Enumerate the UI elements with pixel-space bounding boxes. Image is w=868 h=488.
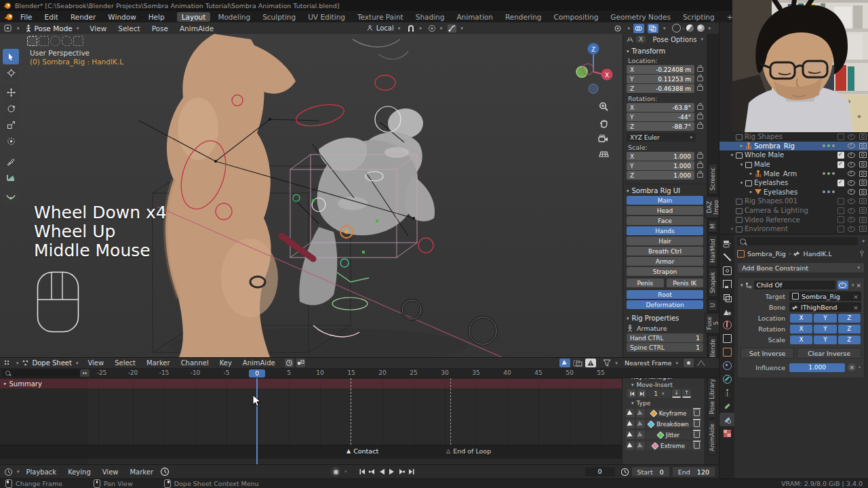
rig-ui-panel-header[interactable]: ▾Sombra Rig UI (627, 187, 703, 195)
dope-sheet-menu-item[interactable]: AnimAide (241, 359, 277, 367)
axis-toggle-x[interactable]: X (790, 325, 812, 333)
outliner-item-name[interactable]: Environment (745, 225, 837, 232)
current-frame-field[interactable]: 0 (585, 467, 615, 476)
hide-in-viewport-icon[interactable] (848, 217, 855, 222)
timeline-menu-item[interactable]: Keying (66, 468, 92, 476)
axis-toggle-x[interactable]: X (790, 314, 812, 323)
key-manager-header[interactable]: ▾Key Manager (626, 378, 701, 380)
workspace-tab[interactable]: Layout (177, 12, 211, 22)
select-keys-button[interactable] (626, 430, 635, 439)
navigation-gizmo[interactable]: Z X (573, 39, 614, 100)
select-tweak-button[interactable] (27, 36, 37, 46)
key-type-field[interactable]: Extreme (646, 441, 691, 450)
outliner-item-name[interactable]: Male_Arm (764, 170, 823, 178)
disable-in-renders-icon[interactable] (859, 180, 867, 186)
falloff-caret[interactable]: ▾ (460, 26, 463, 31)
use-preview-range-icon[interactable] (620, 468, 629, 476)
frame-end-field[interactable]: End120 (673, 467, 715, 476)
constraint-target-field[interactable]: Sombra_Rig× (789, 291, 861, 301)
outliner-row[interactable]: Male (719, 160, 868, 169)
breadcrumb-bone[interactable]: HandIK.L (803, 250, 856, 258)
zoom-view-icon[interactable] (599, 102, 609, 112)
select-box-button[interactable] (39, 36, 49, 46)
jump-to-start-button[interactable] (358, 468, 366, 475)
rig-layer-button[interactable]: Main (627, 196, 703, 205)
rig-layer-button[interactable]: Armor (627, 257, 703, 266)
select-cursor-toggle[interactable] (559, 359, 570, 367)
menu-item[interactable]: Help (147, 13, 166, 21)
disable-in-renders-icon[interactable] (859, 152, 867, 158)
exclude-checkbox[interactable] (837, 180, 844, 186)
insert-frames-field[interactable]: 1▾ (648, 389, 671, 398)
disable-in-renders-icon[interactable] (859, 226, 867, 232)
summary-caret[interactable]: ▸ (4, 381, 7, 386)
exclude-checkbox[interactable] (837, 216, 844, 223)
expand-caret[interactable] (729, 152, 735, 158)
key-type-field[interactable]: Jitter (646, 430, 691, 439)
falloff-icon[interactable] (448, 24, 456, 33)
summary-channel-row[interactable]: ▸ Summary (0, 379, 622, 388)
outliner-item-name[interactable]: Camera & Lighting (745, 207, 837, 214)
properties-tab[interactable] (719, 426, 734, 440)
animate-influence-icon[interactable]: × (848, 363, 856, 371)
play-reverse-button[interactable] (378, 468, 386, 475)
properties-tab[interactable] (719, 345, 734, 359)
mirror-axis-label[interactable]: X (636, 36, 646, 43)
outliner-row[interactable]: Environment (719, 224, 868, 234)
delete-keys-button[interactable] (692, 409, 701, 418)
outliner-item-name[interactable]: Rig Shapes.001 (745, 197, 837, 205)
keying-caret[interactable]: ▾ (344, 469, 347, 474)
lock-icon[interactable] (697, 67, 703, 72)
rotation-field[interactable]: X-63.8° (627, 103, 703, 112)
hide-in-viewport-icon[interactable] (848, 226, 855, 232)
select-keys-button[interactable] (626, 420, 635, 428)
breadcrumb-object[interactable]: Sombra_Rig (747, 250, 786, 258)
outliner-row[interactable]: Whole Male (719, 150, 868, 160)
anchor-down-icon[interactable]: ↓ (672, 389, 681, 398)
select-more-button[interactable] (73, 36, 83, 46)
delete-keys-button[interactable] (692, 430, 701, 439)
frame-start-field[interactable]: Start0 (632, 467, 669, 476)
outliner-item-name[interactable]: Whole Male (745, 151, 837, 159)
axis-toggle-y[interactable]: Y (814, 314, 836, 323)
dope-sheet-menu-item[interactable]: Select (113, 359, 137, 367)
expand-caret[interactable] (748, 171, 754, 176)
constraint-enable-toggle[interactable] (837, 281, 848, 289)
pose-options-header[interactable]: X Pose Options ▾ (627, 34, 703, 45)
rig-layer-button[interactable]: Hands (627, 226, 703, 235)
lock-icon[interactable] (697, 115, 703, 119)
properties-tab[interactable] (719, 291, 734, 304)
viewport-menu-item[interactable]: View (88, 24, 108, 33)
dope-sheet-content[interactable]: ▸ Summary ▲Contact △End of Loop ▾Key Man… (0, 378, 719, 465)
proportional-keys-toggle[interactable] (684, 359, 694, 367)
outliner-item-name[interactable]: Male (754, 161, 837, 168)
editor-type-icon[interactable] (4, 24, 13, 32)
hide-in-viewport-icon[interactable] (848, 162, 855, 167)
next-keyframe-button[interactable] (397, 468, 406, 475)
properties-tab[interactable] (719, 359, 734, 372)
sidebar-tab[interactable]: HairMod (708, 235, 717, 266)
proportional-edit-icon[interactable] (428, 24, 436, 33)
expand-caret[interactable] (738, 162, 745, 167)
delete-keys-button[interactable] (692, 441, 701, 450)
deselect-keys-button[interactable] (636, 420, 645, 428)
solid-shading-button[interactable] (683, 28, 684, 29)
sidebar-tab[interactable]: Shapek (708, 268, 717, 298)
lock-icon[interactable] (697, 154, 703, 159)
location-field[interactable]: Z-0.46388 m (627, 84, 703, 93)
play-button[interactable] (388, 468, 395, 475)
properties-tab[interactable] (719, 264, 734, 277)
mode-caret[interactable]: ▾ (77, 26, 79, 31)
axis-toggle-z[interactable]: Z (838, 336, 861, 344)
material-shading-button[interactable] (686, 24, 694, 32)
xray-toggle[interactable] (648, 24, 658, 33)
hide-in-viewport-icon[interactable] (848, 143, 855, 148)
axis-toggle-z[interactable]: Z (838, 314, 861, 323)
properties-tab[interactable] (719, 277, 734, 291)
timeline-menu-item[interactable]: View (101, 468, 120, 476)
rig-prop-field[interactable]: Spine CTRL1 (627, 343, 703, 352)
blender-menu-icon[interactable] (4, 13, 14, 21)
properties-tab[interactable] (719, 372, 734, 386)
add-bone-constraint-button[interactable]: Add Bone Constraint▾ (737, 262, 865, 273)
pose-options-label[interactable]: Pose Options (653, 36, 697, 43)
